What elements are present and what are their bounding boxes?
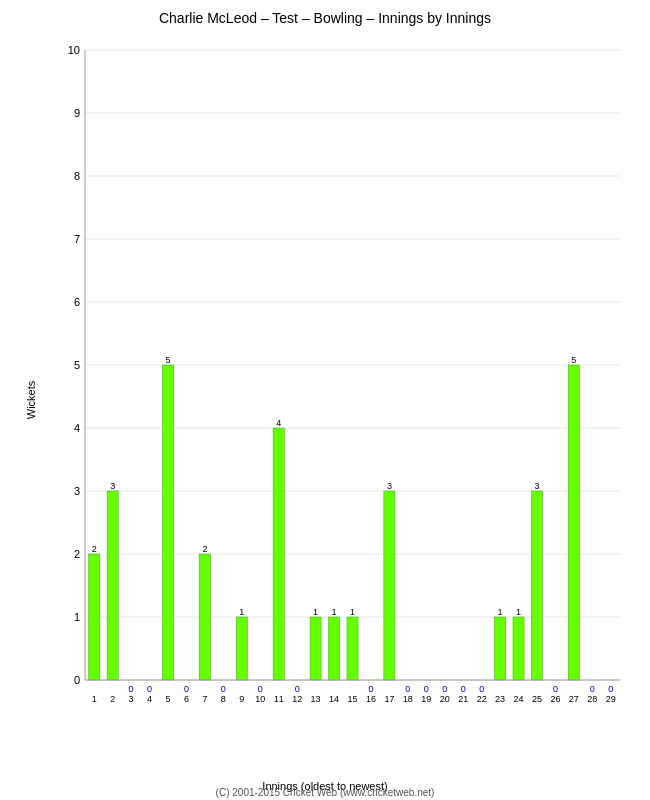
svg-text:10: 10	[68, 44, 80, 56]
svg-text:26: 26	[550, 694, 560, 704]
svg-text:9: 9	[74, 107, 80, 119]
svg-text:13: 13	[311, 694, 321, 704]
svg-rect-58	[347, 617, 358, 680]
svg-rect-87	[568, 365, 579, 680]
svg-text:0: 0	[590, 684, 595, 694]
svg-text:2: 2	[110, 694, 115, 704]
svg-text:0: 0	[424, 684, 429, 694]
svg-text:21: 21	[458, 694, 468, 704]
svg-text:3: 3	[110, 481, 115, 491]
svg-text:15: 15	[347, 694, 357, 704]
svg-rect-55	[329, 617, 340, 680]
svg-text:1: 1	[332, 607, 337, 617]
svg-text:1: 1	[516, 607, 521, 617]
svg-text:1: 1	[239, 607, 244, 617]
svg-text:8: 8	[74, 170, 80, 182]
svg-rect-22	[89, 554, 100, 680]
svg-rect-47	[273, 428, 284, 680]
svg-rect-42	[236, 617, 247, 680]
chart-container: Charlie McLeod – Test – Bowling – Inning…	[0, 0, 650, 800]
svg-text:8: 8	[221, 694, 226, 704]
svg-rect-79	[513, 617, 524, 680]
svg-text:1: 1	[313, 607, 318, 617]
svg-text:28: 28	[587, 694, 597, 704]
svg-text:29: 29	[606, 694, 616, 704]
bar-chart: 0123456789102132030455062708190104110121…	[55, 35, 630, 720]
svg-text:20: 20	[440, 694, 450, 704]
svg-text:1: 1	[92, 694, 97, 704]
svg-text:4: 4	[276, 418, 281, 428]
chart-title: Charlie McLeod – Test – Bowling – Inning…	[0, 0, 650, 31]
svg-text:0: 0	[368, 684, 373, 694]
svg-text:1: 1	[350, 607, 355, 617]
svg-text:4: 4	[74, 422, 80, 434]
svg-text:1: 1	[74, 611, 80, 623]
svg-text:27: 27	[569, 694, 579, 704]
svg-text:0: 0	[479, 684, 484, 694]
chart-area: 0123456789102132030455062708190104110121…	[55, 35, 630, 720]
svg-rect-37	[199, 554, 210, 680]
svg-text:3: 3	[534, 481, 539, 491]
svg-rect-63	[384, 491, 395, 680]
svg-text:0: 0	[129, 684, 134, 694]
svg-text:23: 23	[495, 694, 505, 704]
svg-text:7: 7	[74, 233, 80, 245]
svg-text:18: 18	[403, 694, 413, 704]
svg-text:14: 14	[329, 694, 339, 704]
svg-text:0: 0	[553, 684, 558, 694]
svg-text:9: 9	[239, 694, 244, 704]
svg-text:12: 12	[292, 694, 302, 704]
svg-rect-76	[495, 617, 506, 680]
svg-text:0: 0	[608, 684, 613, 694]
svg-text:0: 0	[184, 684, 189, 694]
svg-text:3: 3	[129, 694, 134, 704]
svg-text:2: 2	[202, 544, 207, 554]
svg-text:7: 7	[202, 694, 207, 704]
svg-text:5: 5	[166, 694, 171, 704]
y-axis-label: Wickets	[25, 381, 37, 420]
svg-text:0: 0	[405, 684, 410, 694]
svg-text:0: 0	[442, 684, 447, 694]
svg-text:11: 11	[274, 694, 284, 704]
svg-text:5: 5	[74, 359, 80, 371]
svg-text:1: 1	[498, 607, 503, 617]
svg-text:10: 10	[255, 694, 265, 704]
svg-text:0: 0	[295, 684, 300, 694]
svg-rect-32	[162, 365, 173, 680]
svg-rect-25	[107, 491, 118, 680]
svg-text:2: 2	[92, 544, 97, 554]
svg-text:3: 3	[387, 481, 392, 491]
svg-text:24: 24	[514, 694, 524, 704]
copyright-text: (C) 2001-2015 Cricket Web (www.cricketwe…	[216, 787, 435, 798]
svg-text:0: 0	[74, 674, 80, 686]
svg-text:22: 22	[477, 694, 487, 704]
svg-text:4: 4	[147, 694, 152, 704]
svg-text:2: 2	[74, 548, 80, 560]
svg-text:19: 19	[421, 694, 431, 704]
svg-text:5: 5	[571, 355, 576, 365]
svg-rect-82	[531, 491, 542, 680]
svg-text:0: 0	[221, 684, 226, 694]
svg-text:5: 5	[166, 355, 171, 365]
svg-rect-52	[310, 617, 321, 680]
svg-text:25: 25	[532, 694, 542, 704]
svg-text:0: 0	[147, 684, 152, 694]
svg-text:3: 3	[74, 485, 80, 497]
svg-text:16: 16	[366, 694, 376, 704]
svg-text:6: 6	[184, 694, 189, 704]
svg-text:0: 0	[461, 684, 466, 694]
svg-text:17: 17	[384, 694, 394, 704]
svg-text:0: 0	[258, 684, 263, 694]
svg-text:6: 6	[74, 296, 80, 308]
